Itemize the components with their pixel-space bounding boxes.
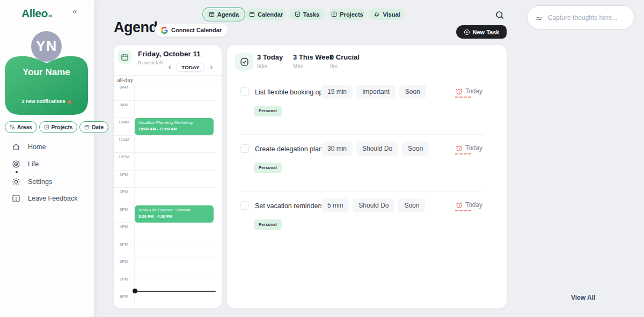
duration-pill[interactable]: 15 min (321, 85, 353, 99)
task-row: Create delegation plan 30 min Should Do … (227, 140, 507, 194)
stat-crucial-label: 0 Crucial (330, 53, 360, 61)
visual-icon (374, 11, 380, 18)
notifications-link[interactable]: 2 new notifications (5, 99, 88, 104)
tasks-panel: 3 Today 50m 3 This Week 50m 0 Crucial 0m… (227, 45, 507, 308)
capture-thoughts-input[interactable] (548, 6, 628, 29)
search-icon[interactable] (495, 9, 507, 21)
hour-label: 6PM (114, 259, 134, 264)
tag-personal[interactable]: Personal (254, 106, 282, 116)
stat-today: 3 Today 50m (257, 53, 283, 69)
app-logo-suffix: .ai (48, 13, 52, 18)
tab-agenda[interactable]: Agenda (204, 9, 244, 20)
tab-projects[interactable]: Projects (329, 9, 365, 20)
notification-dot (68, 100, 71, 104)
alarm-icon (456, 88, 463, 95)
due-badge[interactable]: Today (456, 201, 482, 209)
duration-pill[interactable]: 5 min (321, 198, 349, 212)
chevron-right-icon[interactable] (208, 64, 214, 70)
hour-gridline (114, 100, 216, 101)
google-icon (161, 27, 168, 34)
timeframe-pill[interactable]: Soon (399, 85, 426, 99)
hour-label: 4PM (114, 224, 134, 229)
avatar[interactable]: YN (31, 31, 62, 62)
sidebar-item-feedback[interactable]: Leave Feedback (12, 194, 77, 203)
sidebar-item-home[interactable]: Home (12, 143, 46, 151)
app-screen: Alleo.ai « YN Your Name 2 new notificati… (0, 0, 644, 317)
tab-visual-label: Visual (383, 11, 400, 18)
target-icon (12, 160, 20, 168)
filter-projects-button[interactable]: Projects (39, 121, 77, 133)
capture-thoughts-box (527, 5, 634, 30)
tab-calendar[interactable]: Calendar (246, 9, 286, 20)
task-checkbox[interactable] (240, 87, 249, 96)
chevron-left-icon[interactable] (167, 64, 173, 70)
task-checkbox[interactable] (240, 144, 249, 153)
view-all-link[interactable]: View All (571, 294, 595, 301)
task-pills: 30 min Should Do Soon (321, 142, 429, 156)
calendar-date-nav: TODAY (167, 63, 214, 72)
filter-areas-button[interactable]: Areas (5, 121, 37, 133)
current-time-line (135, 291, 216, 292)
calendar-event[interactable]: Vacation Planning Workshop 10:00 AM - 11… (135, 118, 214, 135)
due-label: Today (465, 144, 482, 152)
due-badge[interactable]: Today (456, 87, 482, 95)
time-gutter-divider (134, 76, 135, 305)
tab-visual[interactable]: Visual (369, 9, 405, 20)
task-title[interactable]: Set vacation reminders (255, 202, 324, 210)
app-logo: Alleo.ai (21, 7, 52, 20)
due-badge[interactable]: Today (456, 144, 482, 152)
notifications-label: 2 new notifications (21, 99, 65, 104)
feedback-icon (12, 194, 20, 203)
due-underline (455, 210, 471, 211)
task-title[interactable]: Create delegation plan (255, 145, 323, 153)
tag-personal[interactable]: Personal (254, 163, 282, 173)
sidebar-item-settings[interactable]: Settings (12, 178, 52, 186)
connect-calendar-button[interactable]: Connect Calendar (155, 23, 228, 37)
home-icon (12, 143, 20, 151)
timeframe-pill[interactable]: Soon (402, 142, 429, 156)
connect-calendar-label: Connect Calendar (171, 27, 222, 33)
hour-gridline (114, 152, 216, 153)
today-button[interactable]: TODAY (176, 63, 205, 72)
hour-gridline (114, 187, 216, 188)
hour-gridline (114, 292, 216, 292)
tag-personal[interactable]: Personal (254, 219, 282, 230)
check-square-icon (235, 53, 253, 71)
stat-crucial: 0 Crucial 0m (330, 53, 360, 69)
agenda-icon (209, 11, 215, 17)
sidebar-item-life[interactable]: Life (12, 160, 39, 168)
task-pills: 15 min Important Soon (321, 85, 426, 99)
new-task-label: New Task (473, 29, 500, 35)
priority-pill[interactable]: Should Do (356, 142, 398, 156)
collapse-sidebar-icon[interactable]: « (72, 6, 77, 16)
priority-pill[interactable]: Should Do (353, 198, 394, 212)
hour-label: 7PM (114, 277, 134, 282)
plus-circle-icon (464, 29, 470, 35)
due-label: Today (465, 201, 482, 209)
hour-gridline (114, 240, 216, 240)
hour-label: 11AM (114, 137, 134, 142)
task-checkbox[interactable] (240, 201, 249, 210)
calendar-icon (84, 124, 90, 130)
hour-label: 8AM (114, 85, 134, 90)
calendar-icon (249, 11, 255, 17)
new-task-button[interactable]: New Task (456, 25, 507, 39)
timeframe-pill[interactable]: Soon (398, 198, 425, 212)
event-time: 10:00 AM - 11:00 AM (138, 127, 210, 131)
hour-gridline (114, 135, 216, 136)
calendar-event[interactable]: Work-Life Balance Seminar 3:00 PM - 4:00… (135, 205, 214, 223)
hour-label: 8PM (114, 294, 134, 299)
filter-date-button[interactable]: Date (79, 121, 108, 133)
priority-pill[interactable]: Important (356, 85, 396, 99)
event-title: Work-Life Balance Seminar (138, 208, 210, 212)
tab-tasks[interactable]: Tasks (289, 9, 325, 20)
due-underline (455, 97, 471, 98)
hour-gridline (114, 275, 216, 275)
due-label: Today (465, 87, 482, 95)
stat-this-week-duration: 50m (293, 63, 333, 69)
areas-icon (10, 124, 15, 130)
current-time-dot[interactable] (133, 289, 137, 293)
sidebar-item-life-label: Life (28, 160, 39, 168)
event-title: Vacation Planning Workshop (138, 120, 210, 125)
duration-pill[interactable]: 30 min (321, 142, 353, 156)
